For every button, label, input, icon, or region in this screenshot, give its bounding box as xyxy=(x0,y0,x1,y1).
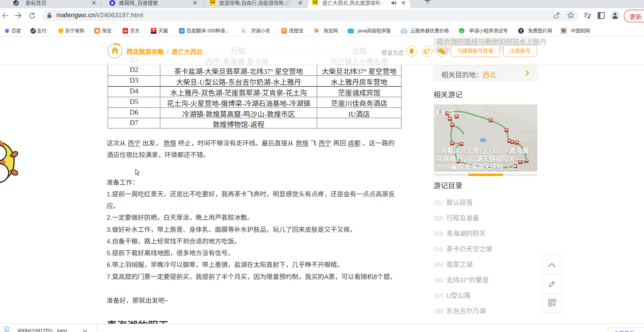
svg-text:淘: 淘 xyxy=(314,28,318,33)
svg-text:知: 知 xyxy=(561,28,566,33)
svg-text:淘: 淘 xyxy=(95,29,99,33)
svg-text:JD: JD xyxy=(124,29,128,33)
svg-text:19: 19 xyxy=(448,109,454,115)
svg-text:译: 译 xyxy=(180,29,184,33)
